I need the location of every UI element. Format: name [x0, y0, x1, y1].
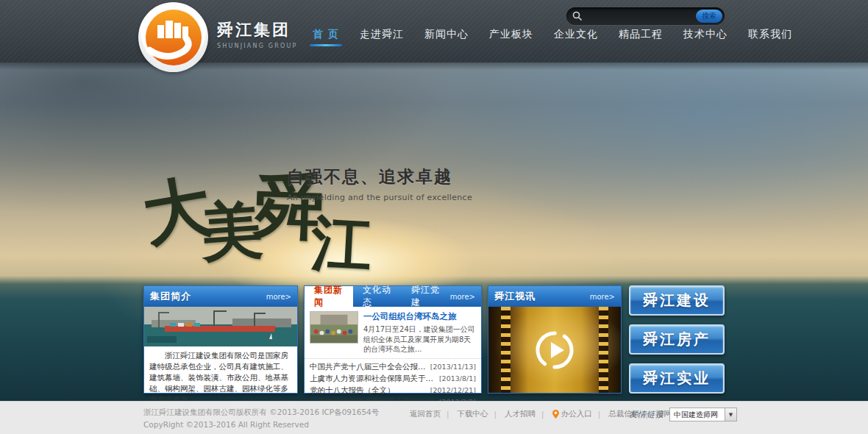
calligraphy-char: 江	[309, 203, 374, 287]
main-nav: 首 页 走进舜江 新闻中心 产业板块 企业文化 精品工程 技术中心 联系我们	[313, 28, 792, 46]
button-shunjiang-realestate[interactable]: 舜江房产	[629, 324, 725, 355]
dropdown-arrow-icon[interactable]: ▼	[725, 408, 736, 421]
news-item-title: 中国共产党十八届三中全会公报发布（全文）	[310, 362, 430, 372]
nav-item-industry[interactable]: 产业板块	[489, 28, 533, 46]
footer-link-recruitment[interactable]: 人才招聘	[488, 409, 536, 419]
logo-title: 舜江集团	[217, 19, 298, 41]
harbor-photo[interactable]	[144, 307, 297, 346]
location-pin-icon	[552, 410, 559, 419]
intro-panel-header: 集团简介 more>	[144, 286, 297, 307]
footer-link-downloads[interactable]: 下载中心	[441, 409, 488, 419]
page-root: 大 美 舜 江 自强不息、追求卓越 An unyielding and the …	[0, 0, 868, 434]
button-shunjiang-industry[interactable]: 舜江实业	[629, 363, 725, 394]
featured-news-photo	[310, 311, 358, 344]
hero-top-shade	[0, 63, 868, 70]
news-list-item[interactable]: 中国共产党十八届三中全会公报发布（全文） [2013/11/13]	[310, 361, 476, 373]
panel-group-intro: 集团简介 more> 浙江舜江建设集团有限公司是国家房建特级总承包企业，公司具有…	[143, 285, 298, 394]
logo-text: 舜江集团 SHUNJIANG GROUP	[217, 19, 298, 49]
play-icon[interactable]	[533, 329, 576, 371]
video-panel-title: 舜江视讯	[494, 290, 536, 303]
search-input[interactable]	[583, 7, 696, 25]
panel-news: 集团新闻 文化动态 舜江党建 more> 一公司组织台湾环岛之旅 4月17日至2…	[304, 285, 482, 394]
nav-item-culture[interactable]: 企业文化	[554, 28, 598, 46]
button-shunjiang-construction[interactable]: 舜江建设	[629, 285, 725, 316]
hero-slogan: 自强不息、追求卓越	[287, 166, 472, 188]
news-item-title: 党的十八大报告（全文）	[310, 385, 395, 396]
news-list-item[interactable]: 上虞市人力资源和社会保障局关于做好夏季防暑降温 [2013/8/1]	[310, 373, 476, 385]
nav-item-technology[interactable]: 技术中心	[683, 28, 728, 46]
copyright-block: 浙江舜江建设集团有限公司版权所有 ©2013-2016 ICP备091654号 …	[143, 406, 379, 431]
search-button[interactable]: 搜索	[696, 10, 722, 23]
logo[interactable]	[138, 2, 208, 72]
hero-slogan-english: An unyielding and the pursuit of excelle…	[287, 193, 472, 202]
nav-item-about[interactable]: 走进舜江	[360, 28, 404, 46]
news-list-item[interactable]: 党的十八大报告（全文） [2012/12/21]	[310, 385, 476, 396]
logo-circle-icon	[138, 2, 208, 72]
featured-news-item[interactable]: 一公司组织台湾环岛之旅 4月17日至24日，建设集团一公司组织全体员工及家属开展…	[305, 307, 481, 359]
panel-video: 舜江视讯 more>	[488, 285, 622, 394]
friend-links-label: 友情链接	[629, 409, 664, 420]
news-item-date: [2013/11/13]	[430, 363, 476, 371]
video-more-link[interactable]: more>	[590, 293, 615, 301]
hero-slogan-block: 自强不息、追求卓越 An unyielding and the pursuit …	[287, 166, 472, 202]
news-item-date: [2013/8/1]	[439, 374, 476, 383]
news-item-title: 上虞市人力资源和社会保障局关于做好夏季防暑降温	[310, 374, 438, 384]
featured-news-title[interactable]: 一公司组织台湾环岛之旅	[363, 311, 476, 322]
intro-paragraph: 浙江舜江建设集团有限公司是国家房建特级总承包企业，公司具有建筑施工、建筑幕墙、装…	[144, 346, 297, 409]
featured-news-desc: 4月17日至24日，建设集团一公司组织全体员工及家属开展为期8天的台湾环岛之旅.…	[363, 324, 476, 355]
intro-panel-title: 集团简介	[150, 290, 191, 303]
footer-link-office-portal[interactable]: 办公入口	[536, 409, 592, 419]
footer-link-label: 办公入口	[561, 409, 592, 419]
video-player[interactable]	[488, 307, 621, 393]
nav-item-contact[interactable]: 联系我们	[748, 28, 792, 46]
video-panel-header: 舜江视讯 more>	[488, 286, 621, 307]
logo-subtitle: SHUNJIANG GROUP	[217, 43, 298, 49]
copyright-line1: 浙江舜江建设集团有限公司版权所有 ©2013-2016 ICP备091654号	[143, 406, 379, 419]
nav-item-news[interactable]: 新闻中心	[424, 28, 469, 46]
copyright-line2: CopyRight ©2013-2016 All Right Reserved	[143, 419, 379, 431]
footer-link-home[interactable]: 返回首页	[410, 409, 441, 419]
tab-group-news[interactable]: 集团新闻	[305, 286, 353, 307]
nav-item-projects[interactable]: 精品工程	[619, 28, 663, 46]
nav-item-home[interactable]: 首 页	[313, 28, 339, 46]
tab-party-building[interactable]: 舜江党建	[402, 286, 450, 307]
search-icon	[572, 11, 583, 21]
news-panel-header: 集团新闻 文化动态 舜江党建 more>	[305, 286, 481, 307]
news-tabs: 集团新闻 文化动态 舜江党建	[305, 286, 450, 307]
friend-links-selected-value: 中国建造师网	[674, 410, 718, 420]
friend-links-select[interactable]: 中国建造师网 ▼	[669, 408, 737, 421]
hero-calligraphy: 大 美 舜 江	[143, 140, 291, 309]
shunjiang-logo-icon	[145, 9, 202, 66]
news-more-link[interactable]: more>	[450, 293, 475, 301]
tab-culture-news[interactable]: 文化动态	[353, 286, 402, 307]
quick-links: 舜江建设 舜江房产 舜江实业	[629, 285, 725, 394]
intro-more-link[interactable]: more>	[266, 293, 291, 301]
site-footer: 浙江舜江建设集团有限公司版权所有 ©2013-2016 ICP备091654号 …	[0, 401, 868, 434]
featured-news-text: 一公司组织台湾环岛之旅 4月17日至24日，建设集团一公司组织全体员工及家属开展…	[363, 311, 476, 355]
news-item-date: [2012/12/21]	[430, 386, 476, 394]
friend-links-widget: 友情链接 中国建造师网 ▼	[629, 408, 737, 421]
search-bar: 搜索	[566, 7, 725, 25]
